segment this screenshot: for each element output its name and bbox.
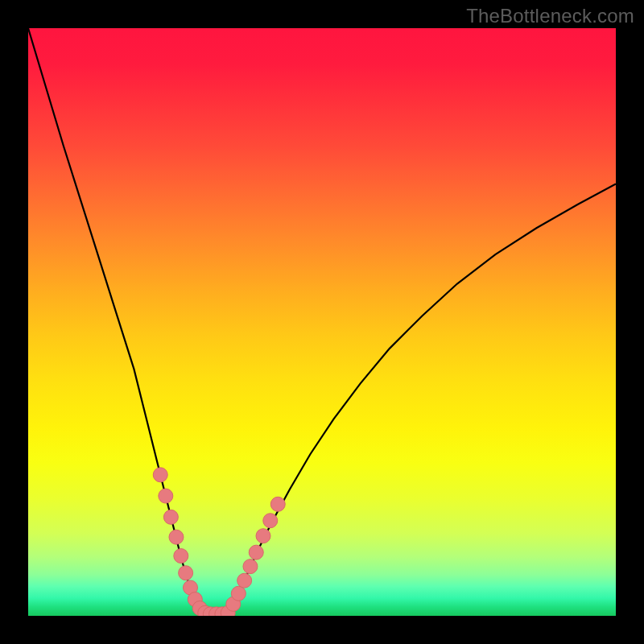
curve-marker bbox=[153, 468, 167, 482]
curve-layer bbox=[28, 28, 616, 616]
bottleneck-curve bbox=[28, 28, 616, 614]
curve-markers bbox=[153, 468, 285, 616]
curve-marker bbox=[163, 510, 178, 524]
curve-marker bbox=[263, 514, 278, 528]
curve-marker bbox=[256, 529, 270, 543]
curve-marker bbox=[270, 497, 285, 511]
curve-marker bbox=[159, 489, 173, 503]
curve-marker bbox=[243, 559, 258, 574]
outer-frame: TheBottleneck.com bbox=[0, 0, 644, 644]
plot-area bbox=[28, 28, 616, 616]
curve-marker bbox=[169, 530, 184, 544]
bottleneck-curve-path bbox=[28, 28, 616, 614]
curve-marker bbox=[231, 586, 246, 601]
watermark-text: TheBottleneck.com bbox=[466, 5, 634, 27]
curve-marker bbox=[179, 566, 193, 580]
curve-marker bbox=[237, 573, 252, 588]
curve-marker bbox=[174, 549, 188, 564]
curve-marker bbox=[249, 545, 263, 559]
